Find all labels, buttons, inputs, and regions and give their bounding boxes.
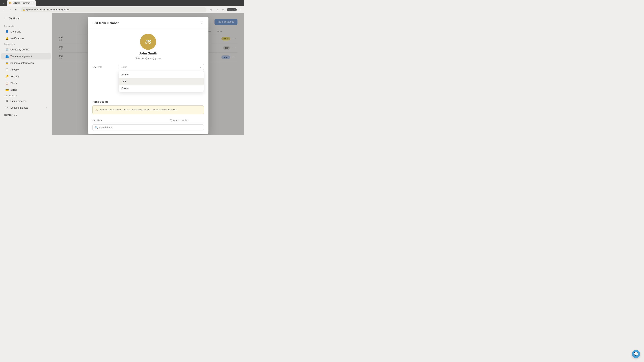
role-select[interactable]: User ▾ — [118, 64, 204, 70]
sidebar-logo: HOMERUN — [0, 111, 52, 116]
hired-via-section: Hired via job ⚠ If this user was hired v… — [92, 100, 204, 131]
download-btn[interactable]: ⬇ — [214, 7, 220, 12]
job-title-col: Job title ▲ — [92, 119, 168, 121]
sidebar-item-privacy[interactable]: 🛡 Privacy — [1, 66, 51, 73]
sidebar-item-my-profile[interactable]: 👤 My profile — [1, 28, 51, 35]
logo-text: HOMERUN — [4, 114, 48, 116]
company-chevron: ▾ — [14, 43, 15, 45]
hiring-icon: ⚙ — [5, 99, 9, 103]
user-fullname: John Smith — [139, 51, 157, 55]
sidebar-item-email-templates[interactable]: ✉ Email templates ▾ — [1, 104, 51, 111]
user-email: 488ed9ac@moodjoy.com — [135, 57, 161, 60]
role-dropdown-menu: Admin User Owner — [118, 71, 204, 92]
sidebar-item-label: My profile — [10, 30, 21, 33]
personal-section-label: Personal ▾ — [0, 24, 52, 28]
bell-icon: 🔔 — [5, 36, 9, 40]
modal-header: Edit team member × — [88, 17, 208, 29]
company-section-label: Company ▾ — [0, 41, 52, 46]
sidebar-item-company-details[interactable]: 🏢 Company details — [1, 46, 51, 53]
sidebar-item-label: Privacy — [10, 68, 18, 71]
tab-list-btn[interactable]: ⌄ — [1, 1, 6, 5]
sidebar-item-notifications[interactable]: 🔔 Notifications — [1, 35, 51, 41]
sidebar-item-label: Billing — [10, 88, 17, 91]
role-label: User role — [92, 64, 116, 68]
active-tab[interactable]: H Settings · Homerun ✕ — [7, 0, 36, 6]
avatar-section: JS John Smith 488ed9ac@moodjoy.com — [92, 34, 204, 60]
address-text: app.homerun.co/settings/team-management — [26, 8, 204, 11]
user-role-form-row: User role User ▾ Admin — [92, 64, 204, 70]
sidebar-item-billing[interactable]: 💳 Billing — [1, 86, 51, 93]
tab-title: Settings · Homerun — [13, 2, 30, 4]
sidebar-item-label: Team management — [10, 55, 32, 58]
person-icon: 👤 — [5, 30, 9, 33]
incognito-badge: Incognito — [226, 8, 237, 11]
role-select-wrapper: User ▾ Admin User — [118, 64, 204, 70]
dropdown-item-owner[interactable]: Owner — [119, 85, 204, 92]
type-location-col: Type and Location — [170, 119, 204, 121]
modal-close-btn[interactable]: × — [199, 21, 204, 25]
sidebar: ← Settings Personal ▾ 👤 My profile 🔔 Not… — [0, 13, 52, 135]
bookmark-btn[interactable]: ☆ — [208, 7, 214, 12]
tab-favicon: H — [9, 2, 12, 4]
browser-tab-bar: ⌄ H Settings · Homerun ✕ + — [0, 0, 244, 6]
tab-close-btn[interactable]: ✕ — [31, 2, 34, 4]
tab-arrange-btn[interactable]: ▭ — [220, 7, 226, 12]
plans-icon: 📋 — [5, 81, 9, 85]
sidebar-item-label: Plans — [10, 82, 17, 84]
key-icon: 🔑 — [5, 75, 9, 78]
personal-chevron: ▾ — [13, 25, 14, 27]
main-content: Invite colleague method Role and ord adm… — [52, 13, 244, 135]
sidebar-item-label: Email templates — [10, 106, 28, 109]
modal-overlay[interactable]: Edit team member × JS John Smith 488ed9a… — [52, 13, 244, 135]
menu-btn[interactable]: ⋮ — [238, 7, 243, 12]
forward-nav-btn[interactable]: → — [8, 7, 13, 12]
address-field[interactable]: 🔒 app.homerun.co/settings/team-managemen… — [21, 7, 206, 12]
edit-team-member-modal: Edit team member × JS John Smith 488ed9a… — [88, 17, 208, 134]
new-tab-btn[interactable]: + — [37, 1, 42, 5]
candidates-section-label: Candidates ▾ — [0, 93, 52, 97]
modal-title: Edit team member — [92, 21, 118, 25]
address-bar: ← → ↻ 🔒 app.homerun.co/settings/team-man… — [0, 6, 244, 13]
billing-icon: 💳 — [5, 88, 9, 91]
sidebar-back-btn[interactable]: ← — [4, 17, 7, 20]
modal-body: JS John Smith 488ed9ac@moodjoy.com User … — [88, 29, 208, 134]
sidebar-item-security[interactable]: 🔑 Security — [1, 73, 51, 80]
search-box: 🔍 — [92, 124, 204, 131]
avatar: JS — [140, 34, 156, 50]
reload-btn[interactable]: ↻ — [14, 7, 19, 12]
search-input[interactable] — [99, 126, 201, 129]
hired-via-title: Hired via job — [92, 100, 204, 103]
app-container: ← Settings Personal ▾ 👤 My profile 🔔 Not… — [0, 13, 244, 135]
sidebar-item-label: Sensitive information — [10, 61, 34, 64]
dropdown-item-user[interactable]: User — [119, 78, 204, 85]
search-icon: 🔍 — [95, 126, 98, 129]
warning-box: ⚠ If this user was hired v... user from … — [92, 105, 204, 114]
warning-icon: ⚠ — [95, 108, 98, 112]
sidebar-item-label: Notifications — [10, 37, 24, 40]
lock-icon: 🔒 — [23, 8, 25, 11]
team-icon: 👥 — [5, 54, 9, 58]
role-select-value: User — [122, 65, 127, 68]
lock-sidebar-icon: 🔒 — [5, 61, 9, 64]
shield-icon: 🛡 — [5, 68, 9, 71]
sidebar-item-team-management[interactable]: 👥 Team management — [1, 53, 51, 59]
sidebar-item-label: Hiring process — [10, 99, 26, 102]
warning-text: If this user was hired v... user from ac… — [100, 108, 178, 112]
sidebar-item-label: Company details — [10, 48, 29, 51]
building-icon: 🏢 — [5, 48, 9, 51]
sidebar-title: Settings — [9, 17, 20, 20]
email-icon: ✉ — [5, 106, 9, 109]
jobs-section-header: Job title ▲ Type and Location — [92, 118, 204, 123]
dropdown-item-admin[interactable]: Admin — [119, 71, 204, 78]
sidebar-item-label: Security — [10, 75, 20, 78]
back-nav-btn[interactable]: ← — [1, 7, 7, 12]
candidates-chevron: ▾ — [16, 95, 16, 96]
sidebar-header: ← Settings — [0, 17, 52, 24]
sidebar-item-hiring-process[interactable]: ⚙ Hiring process — [1, 97, 51, 104]
sidebar-item-sensitive-info[interactable]: 🔒 Sensitive information — [1, 59, 51, 66]
chevron-down-icon: ▾ — [200, 66, 201, 68]
sidebar-item-plans[interactable]: 📋 Plans — [1, 80, 51, 86]
